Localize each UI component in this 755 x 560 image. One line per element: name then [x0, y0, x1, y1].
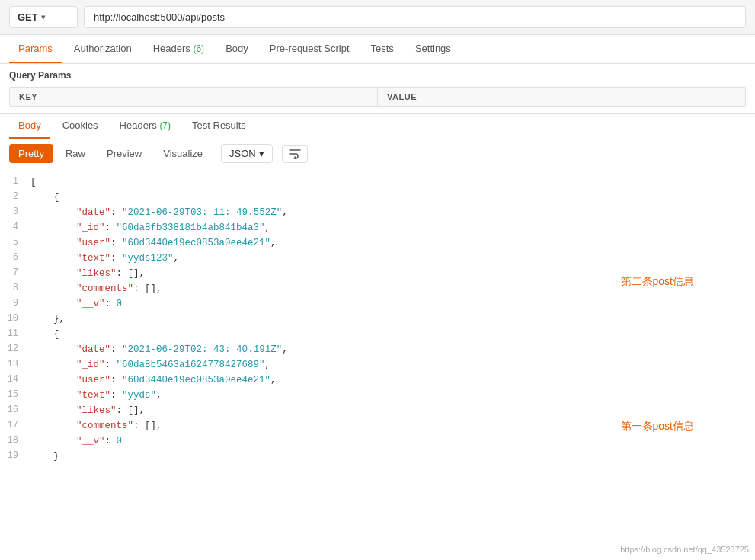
code-line: 13 "_id": "60da8b5463a1624778427689",: [0, 357, 755, 373]
tab-authorization[interactable]: Authorization: [65, 35, 141, 63]
format-chevron: ▾: [259, 148, 264, 159]
view-visualize-button[interactable]: Visualize: [154, 144, 212, 163]
query-params-section: Query Params KEY VALUE: [0, 64, 755, 114]
tab-settings[interactable]: Settings: [406, 35, 460, 63]
code-line: 1[: [0, 174, 755, 190]
tab-prerequest[interactable]: Pre-request Script: [261, 35, 359, 63]
code-line: 14 "user": "60d3440e19ec0853a0ee4e21",: [0, 373, 755, 388]
tab-body-request[interactable]: Body: [216, 35, 258, 63]
response-tab-cookies[interactable]: Cookies: [53, 114, 107, 139]
response-tab-body[interactable]: Body: [9, 114, 50, 139]
code-line: 8 "comments": [],: [0, 281, 755, 296]
view-pretty-button[interactable]: Pretty: [9, 144, 53, 163]
params-value-header: VALUE: [377, 88, 745, 106]
code-line: 7 "likes": [],: [0, 266, 755, 281]
code-line: 11 {: [0, 327, 755, 342]
code-line: 6 "text": "yyds123",: [0, 251, 755, 266]
code-line: 5 "user": "60d3440e19ec0853a0ee4e21",: [0, 235, 755, 251]
code-line: 2 {: [0, 190, 755, 205]
request-tabs: Params Authorization Headers (6) Body Pr…: [0, 35, 755, 64]
params-table: KEY VALUE: [9, 87, 746, 107]
params-key-header: KEY: [10, 88, 377, 106]
code-line: 10 },: [0, 312, 755, 327]
code-line: 4 "_id": "60da8fb338181b4ab841b4a3",: [0, 220, 755, 235]
code-wrapper: 1[2 {3 "date": "2021-06-29T03: 11: 49.55…: [0, 168, 755, 470]
params-header: KEY VALUE: [9, 87, 746, 107]
code-line: 16 "likes": [],: [0, 403, 755, 418]
wrap-button[interactable]: [282, 145, 308, 163]
response-tab-headers[interactable]: Headers (7): [110, 114, 180, 139]
response-tab-test-results[interactable]: Test Results: [183, 114, 255, 139]
code-line: 18 "__v": 0: [0, 434, 755, 449]
code-line: 3 "date": "2021-06-29T03: 11: 49.552Z",: [0, 205, 755, 220]
url-bar: GET ▾: [0, 0, 755, 35]
view-toolbar: Pretty Raw Preview Visualize JSON ▾: [0, 139, 755, 168]
code-line: 19 }: [0, 449, 755, 464]
tab-tests[interactable]: Tests: [362, 35, 403, 63]
code-line: 12 "date": "2021-06-29T02: 43: 40.191Z",: [0, 342, 755, 357]
code-line: 17 "comments": [],: [0, 418, 755, 434]
response-tabs: Body Cookies Headers (7) Test Results: [0, 114, 755, 139]
tab-params[interactable]: Params: [9, 35, 62, 63]
format-select[interactable]: JSON ▾: [221, 144, 273, 163]
query-params-title: Query Params: [9, 70, 746, 81]
code-line: 9 "__v": 0: [0, 296, 755, 312]
code-area: 1[2 {3 "date": "2021-06-29T03: 11: 49.55…: [0, 168, 755, 470]
view-raw-button[interactable]: Raw: [56, 144, 94, 163]
format-label: JSON: [229, 148, 256, 159]
url-input[interactable]: [84, 6, 746, 28]
method-chevron: ▾: [41, 13, 45, 21]
tab-headers[interactable]: Headers (6): [144, 35, 213, 63]
view-preview-button[interactable]: Preview: [98, 144, 151, 163]
method-label: GET: [18, 11, 38, 23]
code-line: 15 "text": "yyds",: [0, 388, 755, 403]
method-select[interactable]: GET ▾: [9, 6, 78, 28]
